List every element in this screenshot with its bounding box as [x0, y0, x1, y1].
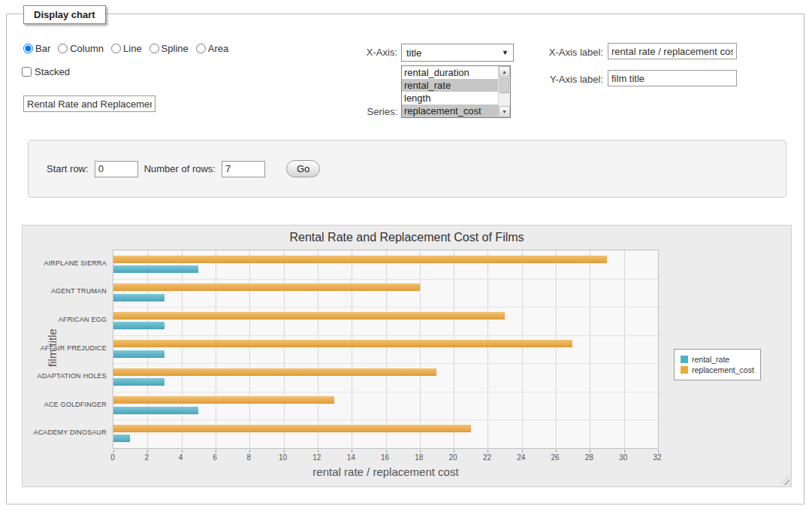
chart-type-radio-area[interactable] — [196, 44, 206, 53]
gridline — [352, 250, 352, 448]
chart-title-input[interactable] — [23, 95, 155, 112]
x-tick-label: 28 — [578, 453, 600, 462]
gridline — [249, 250, 250, 448]
x-axis-label-input[interactable] — [608, 43, 737, 59]
legend-entry-rental_rate: rental_rate — [681, 355, 754, 364]
bar-replacement_cost — [113, 312, 505, 320]
tick-mark — [488, 450, 488, 453]
tick-mark — [352, 450, 352, 453]
x-tick-label: 22 — [475, 453, 498, 462]
gridline — [284, 250, 285, 448]
gridline — [113, 363, 658, 364]
stacked-option[interactable]: Stacked — [22, 66, 70, 77]
chart-panel: Rental Rate and Replacement Cost of Film… — [22, 225, 792, 487]
gridline — [113, 279, 658, 280]
x-tick-label: 8 — [237, 453, 260, 462]
bar-rental_rate — [113, 350, 165, 358]
bar-rental_rate — [113, 322, 165, 329]
x-axis-label-label: X-Axis label: — [512, 47, 603, 58]
gridline — [113, 307, 658, 308]
series-options: rental_durationrental_ratelengthreplacem… — [402, 66, 510, 117]
x-axis-selected-value: title — [406, 47, 421, 59]
bar-replacement_cost — [113, 396, 334, 404]
tick-mark — [590, 450, 590, 453]
chart-type-option-spline[interactable]: Spline — [149, 43, 189, 54]
chart-type-option-line[interactable]: Line — [111, 43, 142, 54]
category-label: AIRPLANE SIERRA — [23, 259, 107, 267]
tick-mark — [284, 450, 285, 453]
tick-mark — [147, 450, 148, 453]
go-button[interactable]: Go — [286, 160, 320, 177]
gridline — [113, 392, 658, 392]
chart-type-radio-bar[interactable] — [23, 44, 33, 53]
chart-type-radio-spline[interactable] — [149, 44, 159, 53]
series-option-rental_rate[interactable]: rental_rate — [402, 79, 499, 92]
fieldset-legend: Display chart — [23, 5, 106, 24]
scroll-down-icon[interactable]: ▼ — [499, 106, 510, 117]
scrollbar-thumb[interactable] — [500, 78, 509, 93]
series-multiselect[interactable]: rental_durationrental_ratelengthreplacem… — [401, 65, 511, 118]
x-tick-label: 26 — [544, 453, 566, 462]
tick-mark — [556, 450, 557, 453]
chart-type-text: Bar — [35, 43, 50, 54]
category-label: ADAPTATION HOLES — [23, 372, 107, 380]
bar-replacement_cost — [113, 256, 607, 263]
category-label: ACE GOLDFINGER — [23, 401, 107, 408]
plot-area — [113, 250, 659, 449]
gridline — [113, 335, 658, 336]
legend-entry-replacement_cost: replacement_cost — [681, 365, 754, 374]
series-option-replacement_cost[interactable]: replacement_cost — [402, 105, 499, 117]
x-tick-label: 6 — [204, 453, 226, 462]
x-tick-label: 18 — [408, 453, 430, 462]
series-option-length[interactable]: length — [402, 92, 499, 105]
gridline — [590, 250, 590, 448]
gridline — [624, 250, 625, 448]
chart-type-radio-line[interactable] — [111, 44, 121, 53]
gridline — [488, 250, 488, 448]
bar-replacement_cost — [113, 368, 436, 376]
gridline — [420, 250, 421, 448]
number-of-rows-input[interactable] — [222, 161, 265, 177]
legend-swatch — [681, 356, 688, 363]
resize-handle-icon[interactable] — [780, 476, 789, 485]
x-tick-label: 12 — [306, 453, 328, 462]
y-axis-label-input[interactable] — [608, 70, 737, 86]
x-tick-label: 0 — [101, 453, 124, 462]
tick-mark — [216, 450, 216, 453]
tick-mark — [249, 450, 250, 453]
tick-mark — [386, 450, 387, 453]
chart-type-option-area[interactable]: Area — [196, 43, 228, 54]
x-tick-label: 4 — [170, 453, 192, 462]
tick-mark — [182, 450, 183, 453]
x-axis-select[interactable]: title ▼ — [401, 44, 514, 62]
series-option-rental_duration[interactable]: rental_duration — [402, 66, 499, 79]
stacked-label: Stacked — [35, 66, 70, 77]
x-tick-label: 16 — [374, 453, 397, 462]
start-row-input[interactable] — [95, 161, 138, 177]
legend-text: rental_rate — [692, 355, 729, 364]
bar-replacement_cost — [113, 425, 471, 432]
series-scrollbar[interactable]: ▲ ▼ — [498, 66, 510, 117]
chart-type-option-bar[interactable]: Bar — [23, 43, 50, 54]
stacked-checkbox[interactable] — [22, 67, 32, 77]
number-of-rows-label: Number of rows: — [144, 163, 216, 174]
gridline — [318, 250, 318, 448]
chart-legend: rental_ratereplacement_cost — [674, 349, 761, 380]
chart-type-option-column[interactable]: Column — [58, 43, 104, 54]
x-tick-labels: 02468101214161820222426283032 — [113, 453, 659, 462]
chart-type-radio-column[interactable] — [58, 44, 68, 53]
scroll-up-icon[interactable]: ▲ — [499, 66, 510, 77]
bar-rental_rate — [113, 294, 165, 301]
bar-rental_rate — [113, 265, 198, 273]
bar-replacement_cost — [113, 283, 420, 291]
x-tick-label: 30 — [612, 453, 635, 462]
category-label: AGENT TRUMAN — [23, 287, 107, 295]
tick-mark — [454, 450, 454, 453]
x-axis-title: rental rate / replacement cost — [113, 465, 659, 478]
start-row-label: Start row: — [47, 163, 89, 174]
bar-rental_rate — [113, 435, 130, 442]
chart-type-text: Area — [208, 43, 228, 54]
gridline — [216, 250, 216, 448]
bar-replacement_cost — [113, 340, 572, 347]
legend-swatch — [681, 366, 688, 374]
